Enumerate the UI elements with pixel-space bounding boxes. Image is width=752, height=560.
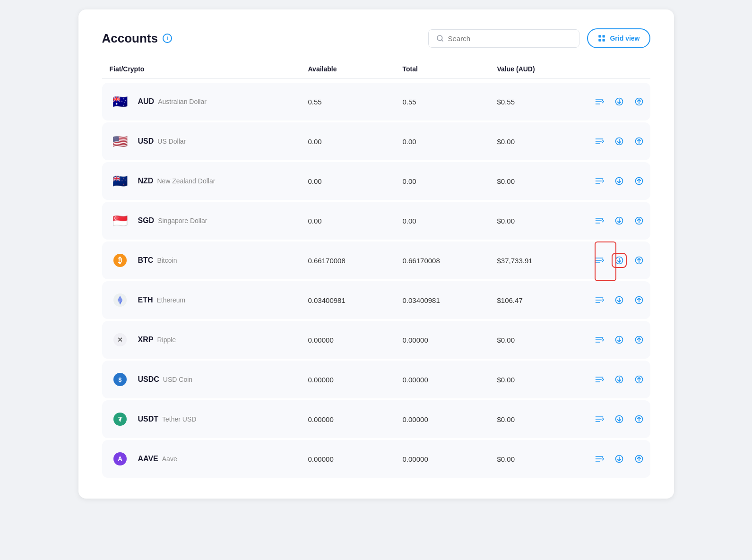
table-header: Fiat/Crypto Available Total Value (AUD): [102, 65, 650, 79]
available-value: 0.00: [308, 177, 403, 185]
deposit-button[interactable]: [612, 134, 627, 149]
total-value: 0.55: [403, 98, 497, 106]
currency-full-name: Bitcoin: [157, 257, 177, 264]
currency-name: USDT Tether USD: [138, 415, 197, 423]
currency-code: SGD: [138, 216, 155, 225]
withdraw-icon: [634, 414, 644, 424]
deposit-button[interactable]: [612, 173, 627, 189]
withdraw-button[interactable]: [631, 213, 647, 228]
currency-code: USDC: [138, 375, 159, 384]
currency-icon: 🇸🇬: [110, 210, 130, 231]
col-actions: [592, 65, 643, 73]
withdraw-icon: [634, 176, 644, 186]
withdraw-button[interactable]: [631, 134, 647, 149]
action-buttons: [592, 134, 647, 149]
deposit-button[interactable]: [612, 253, 627, 268]
currency-icon: $: [110, 369, 130, 390]
grid-view-button[interactable]: Grid view: [587, 28, 650, 48]
withdraw-button[interactable]: [631, 332, 647, 347]
total-value: 0.66170008: [403, 257, 497, 265]
currency-full-name: New Zealand Dollar: [157, 177, 215, 185]
transactions-button[interactable]: [592, 372, 607, 387]
withdraw-button[interactable]: [631, 173, 647, 189]
deposit-button[interactable]: [612, 332, 627, 347]
aud-value: $106.47: [497, 296, 592, 304]
currency-full-name: US Dollar: [157, 138, 186, 145]
svg-rect-3: [603, 35, 605, 37]
currency-name: NZD New Zealand Dollar: [138, 177, 216, 185]
withdraw-button[interactable]: [631, 412, 647, 427]
aave-icon: A: [113, 452, 127, 465]
total-value: 0.00: [403, 217, 497, 225]
col-fiat-crypto: Fiat/Crypto: [110, 65, 308, 73]
col-value: Value (AUD): [497, 65, 592, 73]
deposit-button[interactable]: [612, 372, 627, 387]
deposit-button[interactable]: [612, 293, 627, 308]
deposit-icon: [614, 216, 624, 225]
transactions-button[interactable]: [592, 293, 607, 308]
svg-line-1: [442, 40, 443, 41]
withdraw-icon: [634, 216, 644, 225]
svg-text:✕: ✕: [117, 336, 123, 344]
deposit-button[interactable]: [612, 94, 627, 109]
col-available: Available: [308, 65, 403, 73]
transactions-button[interactable]: [592, 134, 607, 149]
available-value: 0.03400981: [308, 296, 403, 304]
currency-code: USDT: [138, 415, 159, 423]
usdt-icon: ₮: [113, 413, 127, 426]
withdraw-button[interactable]: [631, 451, 647, 466]
transactions-button[interactable]: [592, 173, 607, 189]
transactions-button[interactable]: [592, 253, 607, 268]
table-row: 🇳🇿 NZD New Zealand Dollar 0.00 0.00 $0.0…: [102, 162, 650, 200]
currency-name: USDC USD Coin: [138, 375, 193, 384]
currency-icon: 🇳🇿: [110, 171, 130, 191]
available-value: 0.00000: [308, 376, 403, 384]
deposit-button[interactable]: [612, 213, 627, 228]
total-value: 0.00: [403, 138, 497, 146]
svg-rect-5: [603, 39, 605, 42]
deposit-button[interactable]: [612, 451, 627, 466]
info-icon[interactable]: i: [163, 34, 172, 43]
svg-text:₮: ₮: [118, 416, 122, 423]
action-buttons: [592, 332, 647, 347]
transactions-icon: [595, 335, 604, 345]
action-buttons: [592, 372, 647, 387]
withdraw-button[interactable]: [631, 293, 647, 308]
available-value: 0.66170008: [308, 257, 403, 265]
currency-name: ETH Ethereum: [138, 296, 186, 304]
total-value: 0.00000: [403, 455, 497, 463]
deposit-icon: [614, 375, 624, 384]
aud-value: $0.00: [497, 376, 592, 384]
search-input[interactable]: [448, 34, 571, 43]
currency-cell: ₮ USDT Tether USD: [110, 409, 308, 430]
table-row: 🇺🇸 USD US Dollar 0.00 0.00 $0.00: [102, 122, 650, 160]
currency-icon: ✕: [110, 329, 130, 350]
transactions-button[interactable]: [592, 451, 607, 466]
transactions-button[interactable]: [592, 412, 607, 427]
eth-icon: [113, 293, 127, 307]
transactions-button[interactable]: [592, 94, 607, 109]
table-body: 🇦🇺 AUD Australian Dollar 0.55 0.55 $0.55: [102, 83, 650, 478]
transactions-icon: [595, 216, 604, 225]
available-value: 0.00000: [308, 336, 403, 344]
currency-icon: ₿: [110, 250, 130, 271]
currency-code: AAVE: [138, 455, 158, 463]
search-box: [428, 29, 579, 48]
total-value: 0.00000: [403, 415, 497, 423]
transactions-button[interactable]: [592, 332, 607, 347]
svg-rect-2: [599, 35, 601, 37]
available-value: 0.00000: [308, 415, 403, 423]
currency-full-name: Ethereum: [157, 296, 186, 304]
withdraw-button[interactable]: [631, 94, 647, 109]
currency-icon: A: [110, 448, 130, 469]
withdraw-button[interactable]: [631, 372, 647, 387]
currency-cell: ETH Ethereum: [110, 290, 308, 310]
transactions-button[interactable]: [592, 213, 607, 228]
grid-icon: [597, 34, 606, 43]
withdraw-button[interactable]: [631, 253, 647, 268]
btc-icon: ₿: [113, 254, 127, 267]
search-icon: [436, 34, 444, 42]
deposit-button[interactable]: [612, 412, 627, 427]
aud-value: $0.55: [497, 98, 592, 106]
action-buttons: [592, 293, 647, 308]
